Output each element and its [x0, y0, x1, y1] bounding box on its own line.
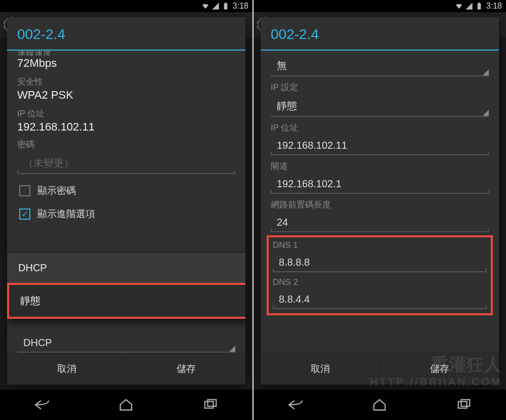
ip-address-label: IP 位址 — [271, 122, 489, 134]
ip-settings-spinner[interactable]: DHCP — [17, 332, 235, 353]
security-value: WPA2 PSK — [17, 89, 235, 102]
dns-highlight-box: DNS 1 8.8.8.8 DNS 2 8.8.4.4 — [267, 235, 493, 315]
show-password-row[interactable]: 顯示密碼 — [17, 184, 235, 197]
status-bar: 3:18 — [0, 0, 252, 12]
dialog-title: 002-2.4 — [7, 17, 245, 50]
show-advanced-row[interactable]: 顯示進階選項 — [17, 207, 235, 221]
nav-bar — [254, 390, 506, 420]
wifi-dialog: 002-2.4 無 IP 設定 靜態 IP 位址 192.168.102.11 … — [261, 17, 499, 385]
dialog-buttons: 取消 儲存 — [7, 353, 245, 385]
wifi-icon — [455, 2, 463, 10]
svg-rect-4 — [478, 4, 481, 10]
show-password-checkbox[interactable] — [19, 185, 30, 196]
ip-address-input[interactable]: 192.168.102.11 — [271, 135, 489, 155]
cancel-button[interactable]: 取消 — [261, 353, 380, 385]
home-button[interactable] — [369, 396, 390, 413]
dns2-input[interactable]: 8.8.4.4 — [273, 288, 487, 309]
status-time: 3:18 — [486, 2, 502, 11]
security-label: 安全性 — [17, 76, 235, 88]
gateway-label: 閘道 — [271, 160, 489, 172]
ip-settings-spinner[interactable]: 靜態 — [271, 94, 489, 117]
recent-apps-button[interactable] — [200, 396, 221, 413]
password-label: 密碼 — [17, 139, 235, 150]
left-phone: 3:18 002-2.4 連線速度 72Mbps 安全性 WPA2 PSK IP… — [0, 0, 252, 420]
dropdown-option-static[interactable]: 靜態 — [7, 283, 245, 319]
show-advanced-label: 顯示進階選項 — [37, 207, 95, 221]
dialog-title: 002-2.4 — [261, 17, 499, 50]
recent-apps-button[interactable] — [453, 396, 475, 413]
prefix-length-input[interactable]: 24 — [271, 212, 489, 232]
cell-signal-icon — [212, 2, 220, 10]
proxy-spinner[interactable]: 無 — [271, 54, 489, 76]
cancel-button[interactable]: 取消 — [7, 353, 126, 385]
svg-rect-7 — [461, 400, 470, 406]
home-button[interactable] — [115, 396, 137, 413]
dialog-buttons: 取消 儲存 — [261, 353, 499, 385]
nav-bar — [0, 390, 252, 420]
dropdown-option-dhcp[interactable]: DHCP — [7, 253, 245, 283]
svg-rect-1 — [225, 3, 227, 4]
right-phone: 3:18 002-2.4 無 IP 設定 靜態 IP 位址 192.168.10… — [254, 0, 506, 420]
show-password-label: 顯示密碼 — [37, 184, 76, 197]
battery-icon — [222, 2, 230, 10]
cell-signal-icon — [465, 2, 473, 10]
ip-address-label: IP 位址 — [17, 108, 235, 119]
svg-rect-2 — [205, 401, 214, 408]
status-bar: 3:18 — [254, 0, 506, 12]
battery-icon — [475, 2, 483, 10]
svg-rect-3 — [207, 400, 216, 406]
dns2-label: DNS 2 — [273, 277, 487, 287]
svg-rect-0 — [224, 4, 228, 10]
dns1-label: DNS 1 — [273, 240, 487, 250]
dialog-body: 無 IP 設定 靜態 IP 位址 192.168.102.11 閘道 192.1… — [261, 51, 499, 353]
dialog-body: 連線速度 72Mbps 安全性 WPA2 PSK IP 位址 192.168.1… — [7, 51, 245, 329]
show-advanced-checkbox[interactable] — [19, 208, 30, 220]
gateway-input[interactable]: 192.168.102.1 — [271, 173, 489, 194]
password-input[interactable]: （未變更） — [17, 151, 235, 174]
dns1-input[interactable]: 8.8.8.8 — [273, 251, 487, 272]
save-button[interactable]: 儲存 — [380, 353, 499, 385]
prefix-length-label: 網路前置碼長度 — [271, 199, 489, 211]
svg-rect-6 — [458, 401, 467, 408]
link-speed-label: 連線速度 — [17, 51, 235, 56]
back-button[interactable] — [285, 396, 306, 413]
wifi-dialog: 002-2.4 連線速度 72Mbps 安全性 WPA2 PSK IP 位址 1… — [7, 17, 245, 385]
ip-settings-dropdown: DHCP 靜態 — [7, 253, 245, 319]
link-speed-value: 72Mbps — [17, 57, 235, 70]
status-time: 3:18 — [233, 2, 248, 11]
save-button[interactable]: 儲存 — [126, 353, 245, 385]
back-button[interactable] — [31, 396, 53, 413]
svg-rect-5 — [479, 3, 480, 4]
wifi-icon — [201, 2, 209, 10]
ip-settings-label: IP 設定 — [271, 81, 489, 93]
ip-address-value: 192.168.102.11 — [17, 120, 235, 134]
